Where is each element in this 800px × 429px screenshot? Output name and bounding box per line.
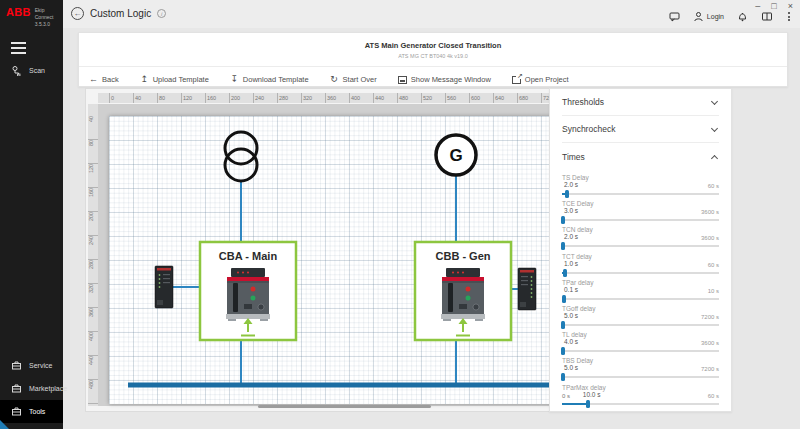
horizontal-ruler: 0408012016020024028032036040044048052056…: [98, 93, 599, 103]
ruler-tick: 40: [133, 93, 157, 103]
minimize-button[interactable]: –: [755, 1, 760, 11]
cba-label: CBA - Main: [219, 250, 278, 262]
back-circle-icon[interactable]: ←: [71, 7, 84, 20]
toolbar-button[interactable]: Show Message Window: [398, 75, 491, 84]
slider-row: TPar delay 0.1 s 10 s: [562, 277, 719, 303]
ruler-tick: 80: [157, 93, 181, 103]
toolbar-button[interactable]: Open Project: [512, 75, 569, 84]
help-button[interactable]: [761, 11, 773, 22]
slider-value: 5.0 s: [562, 312, 578, 319]
slider-value: 4.0 s: [562, 338, 578, 345]
menu-icon[interactable]: [11, 42, 26, 54]
slider-track[interactable]: [562, 242, 719, 250]
slider-track[interactable]: [562, 295, 719, 303]
page-title: Custom Logic: [90, 8, 151, 19]
ruler-tick: 480: [397, 93, 421, 103]
chat-icon: [669, 11, 680, 22]
breaker-block-cba[interactable]: CBA - Main: [200, 242, 296, 340]
sidebar-item[interactable]: Marketplace: [0, 377, 63, 400]
toolbar-button-label: Start Over: [343, 75, 377, 84]
ruler-tick: 360: [325, 93, 349, 103]
horizontal-scrollbar[interactable]: [258, 405, 431, 408]
toolbar-button-label: Download Template: [243, 75, 309, 84]
relay-device-a[interactable]: [155, 266, 173, 308]
relay-device-b[interactable]: [518, 268, 536, 310]
slider-thumb[interactable]: [561, 321, 565, 329]
ruler-tick: 240: [88, 236, 98, 260]
slider-value: 2.0 s: [562, 233, 578, 240]
slider-thumb[interactable]: [562, 295, 566, 303]
slider-thumb[interactable]: [586, 400, 590, 408]
slider-thumb[interactable]: [561, 216, 565, 224]
sidebar: ABB Ekip Connect 3.5.3.0 Scan: [0, 0, 63, 429]
feedback-button[interactable]: [669, 11, 680, 22]
slider-track[interactable]: [562, 373, 719, 381]
slider-track[interactable]: [562, 190, 719, 198]
tools-icon: [11, 406, 22, 417]
canvas-page[interactable]: G CBA - Main: [109, 116, 589, 404]
slider-row: TBS Delay 5.0 s 7200 s: [562, 355, 719, 381]
book-icon: [761, 11, 773, 22]
toolbar-button[interactable]: Download Template: [230, 75, 309, 84]
slider-label: TPar delay: [562, 277, 719, 286]
transformer-symbol[interactable]: [225, 132, 257, 181]
sidebar-item-scan[interactable]: Scan: [0, 57, 63, 84]
generator-symbol[interactable]: G: [436, 135, 476, 175]
sidebar-item[interactable]: Service: [0, 354, 63, 377]
content: ATS Main Generator Closed Transition ATS…: [63, 28, 800, 429]
notifications-button[interactable]: [737, 11, 748, 22]
corner-accent: [0, 420, 9, 429]
maximize-button[interactable]: □: [771, 1, 776, 11]
slider-label: TCN delay: [562, 224, 719, 233]
info-icon[interactable]: i: [157, 9, 166, 18]
cbb-label: CBB - Gen: [436, 250, 491, 262]
sidebar-item[interactable]: Tools: [0, 400, 63, 423]
slider-value: 1.0 s: [562, 260, 578, 267]
slider-thumb[interactable]: [561, 347, 565, 355]
sidebar-item-label: Marketplace: [29, 385, 67, 392]
ruler-tick: 320: [88, 284, 98, 308]
slider-track[interactable]: [562, 400, 719, 408]
toolbar-button[interactable]: Upload Template: [140, 75, 209, 84]
ruler-tick: 200: [229, 93, 253, 103]
slider-track[interactable]: [562, 347, 719, 355]
section-header[interactable]: Thresholds: [562, 89, 719, 116]
slider-track[interactable]: [562, 216, 719, 224]
slider-value: 5.0 s: [562, 364, 578, 371]
ruler-tick: 560: [445, 93, 469, 103]
toolbar-button[interactable]: Back: [89, 75, 119, 84]
slider-thumb[interactable]: [563, 269, 567, 277]
ruler-tick: 80: [88, 140, 98, 164]
ruler-tick: 360: [88, 308, 98, 332]
slider-max-label: 60 s: [708, 262, 719, 268]
slider-thumb[interactable]: [561, 242, 565, 250]
toolbar-button[interactable]: Start Over: [330, 75, 377, 84]
slider-row: TCE Delay 3.0 s 3600 s: [562, 198, 719, 224]
slider-track[interactable]: [562, 321, 719, 329]
app-info: Ekip Connect 3.5.3.0: [35, 7, 58, 28]
slider-thumb[interactable]: [565, 190, 569, 198]
topbar-right: Login: [669, 11, 792, 22]
close-button[interactable]: ×: [788, 1, 793, 11]
window-controls: – □ ×: [755, 1, 793, 11]
ruler-tick: 520: [421, 93, 445, 103]
diagram-canvas: 0408012016020024028032036040044048052056…: [85, 88, 605, 412]
template-subtitle: ATS MG CT BT040 4k v19.0: [79, 53, 787, 59]
ruler-tick: 160: [205, 93, 229, 103]
login-button[interactable]: Login: [693, 11, 724, 22]
slider-label: TCE Delay: [562, 198, 719, 207]
section-label: Times: [562, 152, 585, 162]
slider-value: 10.0 s: [581, 391, 601, 398]
section-header[interactable]: Synchrocheck: [562, 116, 719, 143]
ruler-tick: 240: [253, 93, 277, 103]
section-header[interactable]: Times: [562, 143, 719, 170]
vertical-ruler: 4080120160200240280320360400440480: [88, 104, 98, 406]
kebab-menu-icon[interactable]: [786, 12, 792, 21]
single-line-diagram: G CBA - Main: [109, 116, 589, 404]
slider-track[interactable]: [562, 269, 719, 277]
slider-thumb[interactable]: [561, 373, 565, 381]
breaker-block-cbb[interactable]: CBB - Gen: [415, 242, 511, 340]
settings-panel: Thresholds Synchrocheck Times: [549, 88, 732, 412]
sidebar-item-label: Service: [29, 362, 52, 369]
slider-row: TL delay 4.0 s 3600 s: [562, 329, 719, 355]
